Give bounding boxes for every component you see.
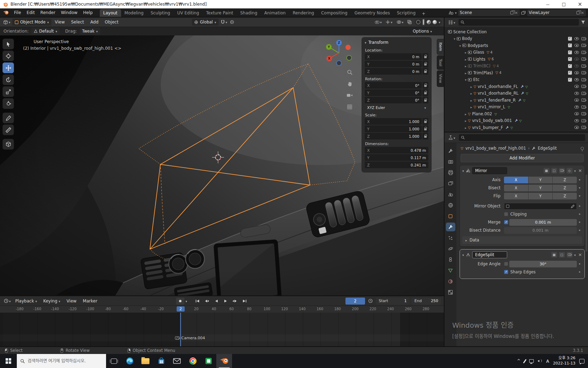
hide-eye-icon[interactable]	[574, 105, 579, 109]
expand-icon[interactable]	[469, 91, 474, 96]
merge-checkbox[interactable]	[504, 220, 508, 224]
pan-hand-icon[interactable]	[346, 80, 354, 88]
outliner-search[interactable]	[458, 19, 579, 26]
dimensions-y-field[interactable]: Y0.117 m	[365, 154, 428, 161]
add-modifier-button[interactable]: Add Modifier	[461, 154, 584, 162]
timeline-editor-type-icon[interactable]	[3, 298, 12, 305]
task-view-button[interactable]	[106, 354, 122, 368]
remove-viewlayer-icon[interactable]	[581, 10, 584, 15]
frame-start-field[interactable]: Start1	[376, 298, 410, 305]
hide-eye-icon[interactable]	[574, 71, 579, 74]
taskbar-app-blender[interactable]	[216, 354, 232, 368]
proportional-editing-icon[interactable]	[229, 19, 235, 26]
location-x-field[interactable]: X0 m	[365, 53, 422, 60]
transform-orientation-dropdown[interactable]: Global	[192, 19, 218, 26]
rotation-mode-dropdown[interactable]: XYZ Euler	[365, 104, 428, 111]
hidden-icons-icon[interactable]	[517, 359, 520, 363]
collapse-icon[interactable]	[462, 168, 464, 173]
play-reverse-button[interactable]	[212, 298, 220, 305]
render-display-toggle[interactable]	[567, 252, 573, 258]
tab-object-data[interactable]	[446, 266, 455, 275]
axis-x-button[interactable]: X	[504, 177, 528, 183]
outliner-row-lights[interactable]: Lights 6	[444, 56, 588, 63]
render-camera-icon[interactable]	[581, 57, 586, 61]
merge-threshold-field[interactable]: 0.001 m	[509, 219, 577, 226]
delete-modifier-icon[interactable]	[578, 168, 582, 173]
expand-icon[interactable]	[463, 63, 468, 68]
delete-modifier-icon[interactable]	[578, 252, 582, 257]
render-camera-icon[interactable]	[581, 71, 586, 74]
tab-uv-editing[interactable]: UV Editing	[174, 9, 203, 17]
ortho-grid-icon[interactable]	[346, 103, 354, 111]
animate-dot[interactable]	[577, 263, 582, 265]
add-cube-tool[interactable]	[2, 139, 14, 150]
expand-icon[interactable]	[469, 104, 474, 109]
outliner-row-doorhandle-fl[interactable]: vrv1_doorhandle_FL	[444, 83, 588, 90]
menu-view[interactable]: View	[52, 19, 68, 25]
outliner-row-trim-bc[interactable]: Trim(BC) 4	[444, 63, 588, 70]
flip-z-button[interactable]: Z	[553, 193, 577, 199]
hide-eye-icon[interactable]	[574, 98, 579, 102]
data-subpanel-header[interactable]: Data	[462, 236, 582, 244]
tab-tool[interactable]	[446, 146, 455, 155]
viewport-canvas[interactable]: Z Y X User Perspective (2) Interior | vr…	[0, 35, 444, 295]
lock-location-z[interactable]	[422, 68, 428, 75]
jump-to-start-button[interactable]	[193, 298, 202, 305]
auto-keyframe-button[interactable]	[176, 298, 184, 305]
edit-mode-display-toggle[interactable]: ▦	[544, 168, 550, 173]
mirror-modifier-header[interactable]: Mirror ▦ □ ◇	[460, 165, 584, 176]
tab-view-layer[interactable]	[446, 179, 455, 188]
properties-scrollbar[interactable]	[586, 175, 587, 252]
outliner-row-trim-plas[interactable]: Trim(Plas) 4	[444, 69, 588, 76]
menu-help[interactable]: Help	[80, 9, 95, 16]
dimensions-z-field[interactable]: Z0.241 m	[365, 162, 428, 168]
tab-compositing[interactable]: Compositing	[317, 9, 351, 17]
outliner-row-scene-collection[interactable]: Scene Collection	[444, 28, 588, 35]
animate-dot[interactable]	[577, 195, 582, 197]
hide-eye-icon[interactable]	[574, 126, 579, 129]
taskbar-app-mail[interactable]	[169, 354, 185, 368]
tab-render[interactable]	[446, 157, 455, 166]
shading-material-icon[interactable]	[427, 20, 431, 24]
tab-scene[interactable]	[446, 190, 455, 199]
playhead-line[interactable]	[180, 313, 181, 346]
menu-select[interactable]: Select	[68, 19, 87, 25]
expand-icon[interactable]	[463, 118, 468, 123]
lock-location-y[interactable]	[422, 61, 428, 67]
lock-rotation-y[interactable]	[422, 89, 428, 96]
orientation-setting-dropdown[interactable]: Default	[31, 28, 60, 35]
expand-icon[interactable]	[452, 36, 457, 41]
show-overlays-icon[interactable]	[396, 19, 405, 26]
unlink-scene-icon[interactable]	[515, 10, 518, 15]
render-camera-icon[interactable]	[581, 64, 586, 68]
lock-location-x[interactable]	[422, 53, 428, 60]
hide-eye-icon[interactable]	[574, 85, 579, 88]
bisect-y-button[interactable]: Y	[528, 185, 553, 191]
shading-solid-icon[interactable]	[422, 19, 425, 25]
outliner-row-etc[interactable]: Etc	[444, 76, 588, 83]
animate-dot[interactable]	[577, 179, 582, 180]
modifier-extras-icon[interactable]	[574, 252, 576, 257]
tab-layout[interactable]: Layout	[100, 9, 121, 17]
realtime-display-toggle[interactable]: □	[559, 252, 565, 258]
tab-output[interactable]	[446, 168, 455, 177]
exclude-checkbox[interactable]	[568, 43, 572, 47]
scale-z-field[interactable]: Z1.000	[365, 133, 422, 139]
menu-playback[interactable]: Playback	[13, 298, 40, 304]
hide-eye-icon[interactable]	[574, 119, 579, 122]
flip-y-button[interactable]: Y	[528, 193, 553, 199]
bisect-z-button[interactable]: Z	[553, 185, 577, 191]
taskbar-app-green[interactable]	[201, 354, 216, 368]
lock-scale-z[interactable]	[422, 133, 428, 139]
properties-search-input[interactable]	[467, 135, 583, 140]
collapse-icon[interactable]	[462, 252, 464, 257]
outliner-filter-icon[interactable]	[581, 20, 585, 24]
tab-geometry-nodes[interactable]: Geometry Nodes	[351, 9, 393, 17]
ime-indicator[interactable]: A	[546, 359, 550, 364]
tab-texture[interactable]	[446, 288, 455, 297]
menu-render[interactable]: Render	[37, 9, 58, 16]
measure-tool[interactable]	[2, 124, 14, 135]
select-box-tool[interactable]	[2, 39, 14, 49]
taskbar-search[interactable]	[17, 354, 106, 368]
render-camera-icon[interactable]	[581, 85, 586, 88]
